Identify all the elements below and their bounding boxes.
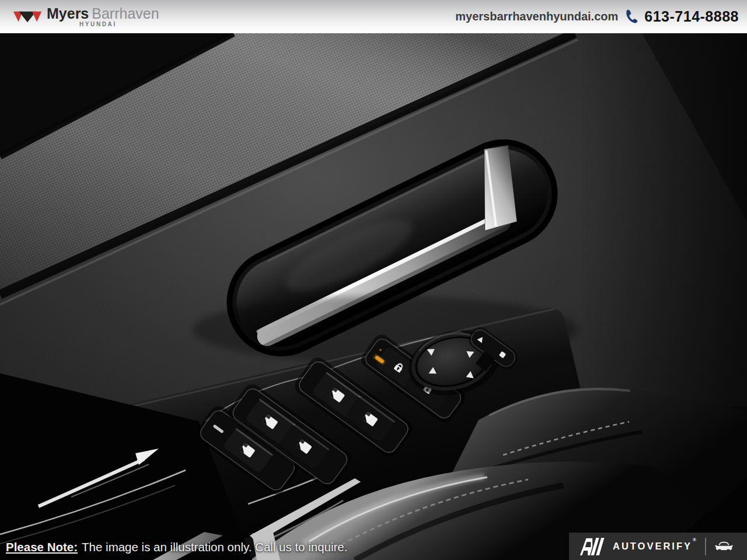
autoverify-brand: AUTOVERIFY® [613,541,697,552]
dealer-logo: MyersBarrhaven HYUNDAI [13,6,159,27]
disclaimer-note: Please Note:The image is an illustration… [6,540,347,554]
autoverify-bar: AUTOVERIFY® [569,533,747,560]
dealer-name-first: Myers [47,5,89,22]
dealer-header: MyersBarrhaven HYUNDAI myersbarrhavenhyu… [0,0,747,33]
myers-logo-emblem [13,9,42,24]
dealer-name-second: Barrhaven [92,5,159,22]
dealer-brand: HYUNDAI [79,22,159,27]
dealer-logo-text: MyersBarrhaven HYUNDAI [47,6,159,27]
door-panel-illustration [0,33,747,560]
disclaimer-text: The image is an illustration only. Call … [82,540,347,554]
dealer-phone: 613-714-8888 [644,8,739,25]
dealer-vehicle-photo-card: MyersBarrhaven HYUNDAI myersbarrhavenhyu… [0,0,747,560]
dealer-contact: myersbarrhavenhyundai.com 613-714-8888 [455,8,739,25]
divider [705,538,706,555]
disclaimer-label: Please Note: [6,540,78,554]
autoverify-logo-icon [580,537,606,556]
registered-mark: ® [693,537,698,542]
vehicle-photo: Please Note:The image is an illustration… [0,33,747,560]
dealer-website: myersbarrhavenhyundai.com [455,10,618,23]
phone-icon [623,9,639,24]
car-icon [715,540,733,553]
